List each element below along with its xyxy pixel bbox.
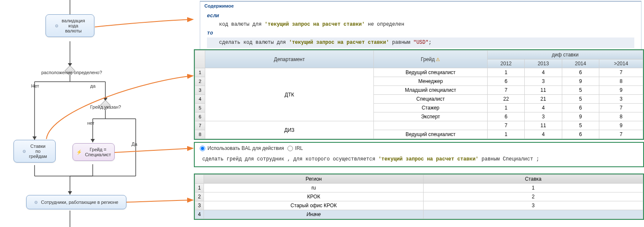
rownum-cell: 1: [195, 68, 205, 77]
val-cell[interactable]: 6: [562, 68, 599, 77]
col-year[interactable]: 2013: [525, 59, 562, 68]
col-department[interactable]: Департамент: [205, 51, 374, 68]
table-row[interactable]: 7 ДИЗ 7 11 5 9: [195, 121, 643, 130]
radio-bal[interactable]: Использовать BAL для действия: [200, 145, 284, 151]
rate-cell[interactable]: [424, 210, 643, 219]
col-region[interactable]: Регион: [204, 175, 424, 184]
val-cell[interactable]: 5: [562, 95, 599, 104]
node-grade-specialist[interactable]: Грейд = Специалист: [72, 143, 115, 161]
node-validate-currency[interactable]: валидация кода валюты: [46, 14, 94, 37]
region-cell[interactable]: КРОК: [204, 192, 424, 201]
val-cell[interactable]: 11: [525, 121, 562, 130]
code-panel: Содержимое если код валюты для 'текущий …: [200, 1, 641, 52]
bolt-icon: [76, 150, 83, 155]
region-cell[interactable]: Иначе: [204, 210, 424, 219]
val-cell[interactable]: 9: [562, 77, 599, 86]
val-cell[interactable]: 6: [562, 130, 599, 139]
val-cell[interactable]: 1: [488, 68, 525, 77]
rate-cell[interactable]: 3: [424, 201, 643, 210]
rate-cell[interactable]: 2: [424, 192, 643, 201]
col-diff-rates[interactable]: диф ставки: [488, 51, 643, 59]
string data-interactable[interactable]: сделать грейд для сотрудник , для которо…: [195, 154, 643, 166]
warning-icon: [435, 56, 440, 62]
val-cell[interactable]: 1: [488, 130, 525, 139]
rownum-cell: 2: [195, 77, 205, 86]
val-cell[interactable]: 21: [525, 95, 562, 104]
region-rate-section: Регион Ставка 1 ru 1 2 КРОК 2 3 Старый о…: [194, 174, 644, 220]
branch2-no-label: нет: [87, 120, 94, 126]
dept-cell[interactable]: ДИЗ: [205, 121, 374, 139]
svg-marker-12: [91, 139, 95, 142]
branch-no-label: Нет: [31, 83, 39, 88]
dept-grade-table[interactable]: Департамент Грейд диф ставки 2012 2013 2…: [195, 50, 643, 139]
code-text: код валюты для: [219, 21, 265, 27]
grade-cell[interactable]: Младший специалист: [374, 86, 488, 95]
col-year[interactable]: >2014: [599, 59, 643, 68]
rownum-cell: 8: [195, 130, 205, 139]
table-row[interactable]: 2 КРОК 2: [195, 192, 643, 201]
val-cell[interactable]: 7: [488, 121, 525, 130]
grade-cell[interactable]: Ведущий специалист: [374, 130, 488, 139]
grade-cell[interactable]: Эксперт: [374, 112, 488, 121]
node-rates-by-grade[interactable]: Ставки по грейдам: [13, 140, 56, 163]
val-cell[interactable]: 6: [488, 77, 525, 86]
val-cell[interactable]: 9: [599, 86, 643, 95]
val-cell[interactable]: 4: [525, 68, 562, 77]
val-cell[interactable]: 7: [599, 104, 643, 112]
svg-marker-20: [68, 191, 72, 195]
region-cell[interactable]: ru: [204, 184, 424, 192]
rule-text-quoted: 'текущий запрос на расчет ставки': [378, 156, 479, 162]
dept-cell[interactable]: ДТК: [205, 68, 374, 121]
table-row[interactable]: 1 ДТК Ведущий специалист 1 4 6 7: [195, 68, 643, 77]
val-cell[interactable]: 6: [488, 112, 525, 121]
val-cell[interactable]: 7: [599, 130, 643, 139]
val-cell[interactable]: 5: [562, 86, 599, 95]
code-text: сделать код валюты для: [219, 40, 289, 45]
val-cell[interactable]: 5: [562, 121, 599, 130]
grade-cell[interactable]: Стажер: [374, 104, 488, 112]
radio-irl[interactable]: IRL: [287, 145, 303, 151]
col-rownum: [195, 51, 205, 68]
col-year[interactable]: 2014: [562, 59, 599, 68]
val-cell[interactable]: 3: [599, 95, 643, 104]
region-cell[interactable]: Старый офис КРОК: [204, 201, 424, 210]
table-row[interactable]: 3 Старый офис КРОК 3: [195, 201, 643, 210]
rownum-cell: 7: [195, 121, 205, 130]
col-grade[interactable]: Грейд: [374, 51, 488, 68]
radio-irl-input[interactable]: [287, 146, 293, 151]
val-cell[interactable]: 4: [525, 104, 562, 112]
dept-grade-section: Департамент Грейд диф ставки 2012 2013 2…: [194, 49, 644, 140]
val-cell[interactable]: 9: [599, 121, 643, 130]
code-body[interactable]: если код валюты для 'текущий запрос на р…: [200, 10, 641, 51]
grade-cell[interactable]: Ведущий специалист: [374, 68, 488, 77]
val-cell[interactable]: 22: [488, 95, 525, 104]
val-cell[interactable]: 7: [599, 68, 643, 77]
val-cell[interactable]: 7: [488, 86, 525, 95]
val-cell[interactable]: 1: [488, 104, 525, 112]
code-panel-header: Содержимое: [200, 2, 641, 10]
val-cell[interactable]: 6: [562, 104, 599, 112]
col-year[interactable]: 2012: [488, 59, 525, 68]
table-row[interactable]: 4 Иначе: [195, 210, 643, 219]
rownum-cell: 3: [195, 201, 204, 210]
radio-bal-input[interactable]: [200, 146, 205, 151]
val-cell[interactable]: 4: [525, 130, 562, 139]
node-label: Ставки по грейдам: [29, 144, 47, 159]
val-cell[interactable]: 9: [562, 112, 599, 121]
rate-cell[interactable]: 1: [424, 184, 643, 192]
grade-cell[interactable]: [374, 121, 488, 130]
rownum-cell: 1: [195, 184, 204, 192]
grade-cell[interactable]: Специалист: [374, 95, 488, 104]
val-cell[interactable]: 11: [525, 86, 562, 95]
region-rate-table[interactable]: Регион Ставка 1 ru 1 2 КРОК 2 3 Старый о…: [195, 174, 643, 219]
val-cell[interactable]: 8: [599, 112, 643, 121]
table-row[interactable]: 1 ru 1: [195, 184, 643, 192]
rownum-cell: 6: [195, 112, 205, 121]
val-cell[interactable]: 3: [525, 77, 562, 86]
col-rate[interactable]: Ставка: [424, 175, 643, 184]
keyword-if: если: [207, 13, 219, 19]
val-cell[interactable]: 8: [599, 77, 643, 86]
grade-cell[interactable]: Менеджер: [374, 77, 488, 86]
node-employees-region[interactable]: Сотрудники, работающие в регионе: [26, 195, 126, 209]
val-cell[interactable]: 3: [525, 112, 562, 121]
